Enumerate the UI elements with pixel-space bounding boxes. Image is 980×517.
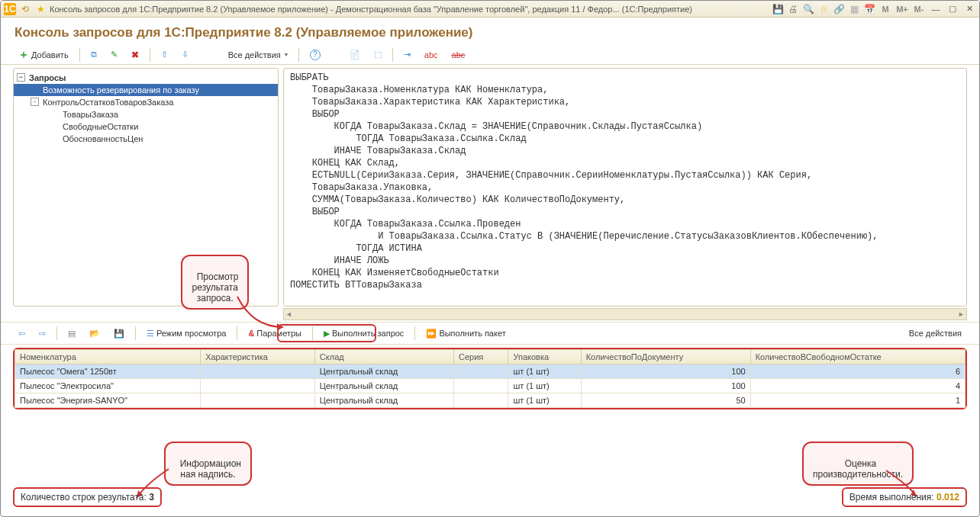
column-header[interactable]: Упаковка <box>508 350 581 364</box>
tree-root[interactable]: − Запросы <box>14 72 278 84</box>
expand-icon[interactable]: - <box>31 98 39 106</box>
add-button[interactable]: ＋ Добавить <box>13 47 74 63</box>
result-table[interactable]: НоменклатураХарактеристикаСкладСерияУпак… <box>15 349 965 408</box>
tree-item[interactable]: ТоварыЗаказа <box>14 108 278 120</box>
table-cell: 6 <box>750 364 965 379</box>
code-scrollbar[interactable]: ◄ ► <box>283 308 967 320</box>
table-cell: 4 <box>750 379 965 393</box>
copy-button[interactable]: ⧉ <box>85 47 102 63</box>
tree-item[interactable]: Возможность резервирования по заказу <box>14 84 278 96</box>
separator <box>414 326 415 340</box>
params-button[interactable]: & Параметры <box>243 325 307 342</box>
collapse-icon[interactable]: − <box>17 73 25 82</box>
link-icon[interactable]: 🔗 <box>833 3 845 15</box>
callout-info-label-text: Информацион ная надпись. <box>180 458 241 480</box>
table-cell <box>201 393 315 408</box>
delete-button[interactable]: ✖ <box>126 47 144 63</box>
move-down-button[interactable]: ⇩ <box>176 47 194 63</box>
status-time-value: 0.012 <box>936 492 959 503</box>
move-up-button[interactable]: ⇧ <box>156 47 173 63</box>
copy-icon: ⧉ <box>91 50 97 59</box>
page-title: Консоль запросов для 1С:Предприятие 8.2 … <box>15 25 965 40</box>
plus-icon: ＋ <box>18 48 29 62</box>
tool-btn-5[interactable]: abc <box>446 47 471 63</box>
doc-button[interactable]: ▤ <box>63 325 81 342</box>
table-cell: Центральный склад <box>314 364 453 379</box>
column-header[interactable]: Номенклатура <box>15 350 201 364</box>
table-cell: Пылесос "Энергия-SANYO" <box>15 393 201 408</box>
m-btn[interactable]: M <box>878 3 892 15</box>
tree-item[interactable]: ОбоснованностьЦен <box>14 133 278 145</box>
tool-btn-4[interactable]: abc <box>419 47 443 63</box>
query-code-editor[interactable]: ВЫБРАТЬ ТоварыЗаказа.Номенклатура КАК Но… <box>283 68 967 307</box>
m-plus-btn[interactable]: M+ <box>895 3 909 15</box>
tree-item-label: Возможность резервирования по заказу <box>43 85 199 95</box>
column-header[interactable]: КоличествоПоДокументу <box>581 350 750 364</box>
table-cell: 100 <box>581 364 750 379</box>
maximize-btn[interactable]: ▢ <box>946 3 959 15</box>
view-mode-label: Режим просмотра <box>156 329 226 338</box>
prev-button[interactable]: ⇦ <box>13 325 31 342</box>
tool-btn-2[interactable]: ⬚ <box>369 47 387 63</box>
window-titlebar: 1C ⟲ ★ Консоль запросов для 1С:Предприят… <box>1 1 979 18</box>
run-packet-button[interactable]: ⏩ Выполнить пакет <box>421 325 511 342</box>
arrow-up-icon: ⇧ <box>161 50 168 59</box>
table-cell <box>453 379 508 393</box>
table-cell: Пылесос "Электросила" <box>15 379 201 393</box>
column-header[interactable]: Характеристика <box>201 350 315 364</box>
column-header[interactable]: Склад <box>314 350 453 364</box>
all-actions-menu[interactable]: Все действия <box>223 47 293 63</box>
preview-icon[interactable]: 🔍 <box>802 3 814 15</box>
column-header[interactable]: КоличествоВСвободномОстатке <box>750 350 965 364</box>
run-query-button[interactable]: ▶ Выполнить запрос <box>318 325 409 342</box>
play-all-icon: ⏩ <box>426 329 437 339</box>
callout-perf-text: Оценка производительности. <box>813 458 903 480</box>
save-button[interactable]: 💾 <box>108 325 130 342</box>
all-actions-result-menu[interactable]: Все действия <box>904 325 967 342</box>
separator <box>150 48 150 62</box>
callout-view-result: Просмотр результата запроса. <box>181 255 249 310</box>
close-btn[interactable]: ✕ <box>962 3 976 15</box>
refresh-icon[interactable]: ⟲ <box>19 3 31 15</box>
table-row[interactable]: Пылесос "Энергия-SANYO"Центральный склад… <box>15 393 965 408</box>
scroll-right-icon[interactable]: ► <box>958 310 965 318</box>
table-cell: 100 <box>581 379 750 393</box>
tool-btn-3[interactable]: ⇥ <box>398 47 416 63</box>
separator <box>298 48 299 62</box>
minimize-btn[interactable]: — <box>929 3 943 15</box>
window-title: Консоль запросов для 1С:Предприятие 8.2 … <box>50 5 692 14</box>
table-row[interactable]: Пылесос "Омега" 1250втЦентральный складш… <box>15 364 965 379</box>
star-icon[interactable]: ★ <box>34 3 47 15</box>
scroll-left-icon[interactable]: ◄ <box>285 310 292 318</box>
print-icon[interactable]: 🖨 <box>787 3 799 15</box>
calendar-icon[interactable]: 📅 <box>863 3 875 15</box>
page-heading-area: Консоль запросов для 1С:Предприятие 8.2 … <box>1 18 979 45</box>
calc-icon[interactable]: ▦ <box>848 3 860 15</box>
tree-item[interactable]: -КонтрольОстатковТоваровЗаказа <box>14 96 278 108</box>
arrow-down-icon: ⇩ <box>182 50 189 59</box>
open-button[interactable]: 📂 <box>84 325 105 342</box>
app-icon: 1C <box>4 3 16 15</box>
tree-item-label: СвободныеОстатки <box>63 122 138 131</box>
table-cell: 1 <box>750 393 965 408</box>
table-cell <box>201 364 315 379</box>
separator <box>237 326 237 340</box>
table-cell: 50 <box>581 393 750 408</box>
tree-item-label: ТоварыЗаказа <box>63 110 118 119</box>
edit-button[interactable]: ✎ <box>105 47 123 63</box>
m-minus-btn[interactable]: M- <box>912 3 926 15</box>
tree-item[interactable]: СвободныеОстатки <box>14 120 278 133</box>
help-button[interactable]: ? <box>305 47 326 63</box>
separator <box>312 326 313 340</box>
separator <box>56 326 57 340</box>
table-row[interactable]: Пылесос "Электросила"Центральный складшт… <box>15 379 965 393</box>
save-icon[interactable]: 💾 <box>772 3 784 15</box>
tool-btn-1[interactable]: 📄 <box>344 47 366 63</box>
next-button[interactable]: ⇨ <box>34 325 51 342</box>
column-header[interactable]: Серия <box>453 350 508 364</box>
view-mode-menu[interactable]: ☰ Режим просмотра <box>141 325 231 342</box>
fav-icon[interactable]: ☆ <box>817 3 830 15</box>
ampersand-icon: & <box>248 329 254 338</box>
status-rows-value: 3 <box>149 492 154 503</box>
tree-root-label: Запросы <box>29 73 66 82</box>
